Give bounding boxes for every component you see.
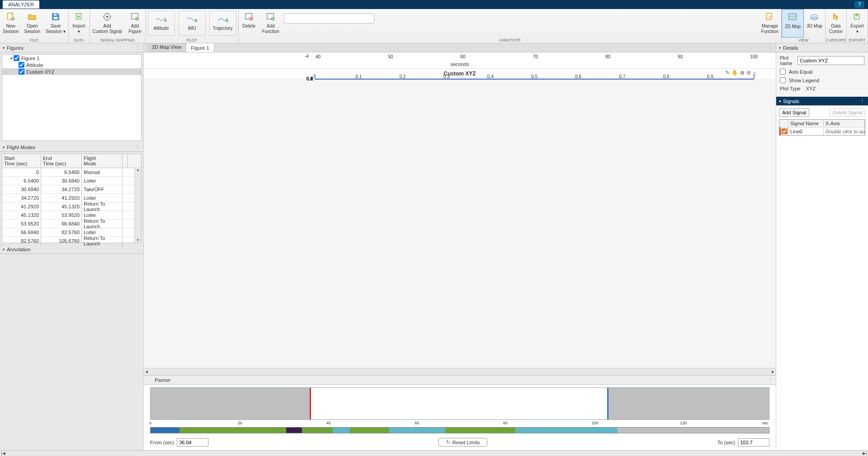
tree-figure1[interactable]: ▾ Figure 1 [2,55,141,61]
signals-panel-header[interactable]: ▾ Signals ⋮ [776,97,868,105]
2d-map-button[interactable]: 2D Map [782,9,804,38]
axis-equal-checkbox[interactable] [780,69,786,75]
3d-map-button[interactable]: 3D Map [804,9,825,38]
delete-annotation-button[interactable]: Delete [239,9,259,38]
panner-tick: 100 [592,421,599,425]
new-session-button[interactable]: NewSession [0,9,22,38]
x-tick: 0.5 [531,74,538,79]
tree-custom-xyz[interactable]: Custom XYZ [2,68,141,75]
panner-window[interactable] [310,388,609,419]
svg-point-6 [106,15,108,18]
table-row[interactable]: 41.292045.1320Return To Launch [2,202,141,211]
custom-xyz-label: Custom XYZ [26,69,54,75]
table-row[interactable]: 6.540030.6840Loiter [2,177,141,185]
panner-title: Panner [155,377,170,383]
zoom-in-icon[interactable]: ⊕ [740,70,745,76]
save-session-button[interactable]: SaveSession ▾ [43,9,68,38]
panner-segment [151,428,179,433]
axis-tick: 80 [605,54,610,59]
open-session-button[interactable]: OpenSession [22,9,43,38]
pan-icon[interactable]: ✋ [731,70,738,76]
custom-xyz-checkbox[interactable] [19,69,24,75]
plot-name-input[interactable] [797,56,864,65]
add-custom-signal-button[interactable]: AddCustom Signal [90,9,125,38]
center-tabs-menu-icon[interactable]: ⋮ [765,43,776,52]
table-row[interactable]: 06.5400Manual [2,168,141,177]
figures-menu-icon[interactable]: ⋮ [135,45,141,51]
panner-menu-icon[interactable]: ⋮ [768,377,773,383]
help-button[interactable]: ? [854,1,864,8]
file-group-label: FILE [0,38,68,43]
signal-mapping-group-label: SIGNAL MAPPING [90,38,146,43]
panner-from-input[interactable] [177,438,208,447]
flight-modes-panel-header[interactable]: ▾ Flight Modes ⋮ [0,143,143,152]
axis-tick: 70 [533,54,538,59]
add-signal-button[interactable]: Add Signal [779,108,809,117]
add-function-label: AddFunction [262,24,279,34]
signal-row[interactable]: Line0Double click to add signal [779,127,865,135]
attitude-plot-button[interactable]: Attitude [148,11,175,36]
tab-2d-map-view[interactable]: 2D Map View [147,43,186,52]
signal-checkbox[interactable] [782,128,788,134]
export-button[interactable]: Export▾ [847,9,868,38]
panner-tick: 20 [238,421,242,425]
reset-icon: ↻ [446,439,450,445]
panner-segment [618,428,769,433]
attitude-checkbox[interactable] [19,62,24,68]
show-legend-label: Show Legend [789,78,819,83]
manage-function-label: ManageFunction [761,24,778,34]
panner-to-label: To (sec) [717,440,735,445]
collapse-right-icon[interactable]: ▶| [862,451,868,456]
flight-modes-menu-icon[interactable]: ⋮ [135,144,141,150]
new-session-label: NewSession [3,24,19,34]
panner-to-input[interactable] [738,438,769,447]
horizontal-scrollbar[interactable] [144,368,776,375]
add-custom-signal-label: AddCustom Signal [93,24,122,34]
table-row[interactable]: 82.5760105.6760Return To Launch [2,237,141,245]
reset-limits-button[interactable]: ↻ Reset Limits [439,438,488,447]
annotation-text-input[interactable] [284,14,374,24]
tab-figure-1[interactable]: Figure 1 [186,43,214,52]
panner-segment [333,428,350,433]
y-tick: 1 [310,76,313,81]
figures-panel-header[interactable]: ▾ Figures ⋮ [0,43,143,52]
add-figure-button[interactable]: AddFigure [125,9,146,38]
collapse-left-icon[interactable]: |◀ [0,451,6,456]
tree-attitude[interactable]: Attitude [2,61,141,68]
table-row[interactable]: 53.952066.6840Return To Launch [2,220,141,228]
2d-map-label: 2D Map [785,24,801,29]
fm-header-mode: Flight Mode [82,154,123,168]
data-cursor-button[interactable]: DataCursor [826,9,846,38]
signals-title: Signals [783,99,799,104]
chart-area[interactable]: Custom XYZ ✎ ✋ ⊕ ⊖ ⌂ 00.10.20.30.40.50.6… [144,69,776,79]
x-tick: 1 [753,74,755,79]
import-button[interactable]: Import▾ [69,9,90,38]
sig-header-check [779,120,788,127]
table-row[interactable]: 30.684034.2720TakeOFF [2,185,141,194]
analyzer-tab[interactable]: ANALYZER [3,0,39,9]
panner-tick: 120 [680,421,687,425]
signals-menu-icon[interactable]: ⋮ [860,98,865,104]
add-function-button[interactable]: AddFunction [259,9,282,38]
panner-unit-label: sec [762,421,769,425]
imu-plot-button[interactable]: IMU [179,11,206,36]
details-menu-icon[interactable]: ⋮ [860,45,865,51]
brush-icon[interactable]: ✎ [725,70,730,76]
flight-modes-title: Flight Modes [7,145,35,150]
manage-function-icon [764,11,776,23]
delete-signal-button[interactable]: Delete Signal [830,108,865,117]
flight-modes-scrollbar[interactable] [134,167,141,243]
details-panel-header[interactable]: ▾ Details ⋮ [776,43,868,52]
imu-plot-icon [186,13,198,25]
figure1-checkbox[interactable] [14,55,19,61]
expand-icon: ▾ [10,56,13,61]
trajectory-plot-button[interactable]: Trajectory [209,11,236,36]
zoom-out-icon[interactable]: ⊖ [746,70,751,76]
manage-function-button[interactable]: ManageFunction [759,9,781,38]
fm-header-end: End Time (sec) [41,154,82,168]
data-cursor-icon [830,11,842,23]
x-tick: 0.3 [443,74,450,79]
attitude-label: Attitude [26,62,43,68]
panner-track[interactable] [150,387,769,420]
show-legend-checkbox[interactable] [780,77,786,83]
